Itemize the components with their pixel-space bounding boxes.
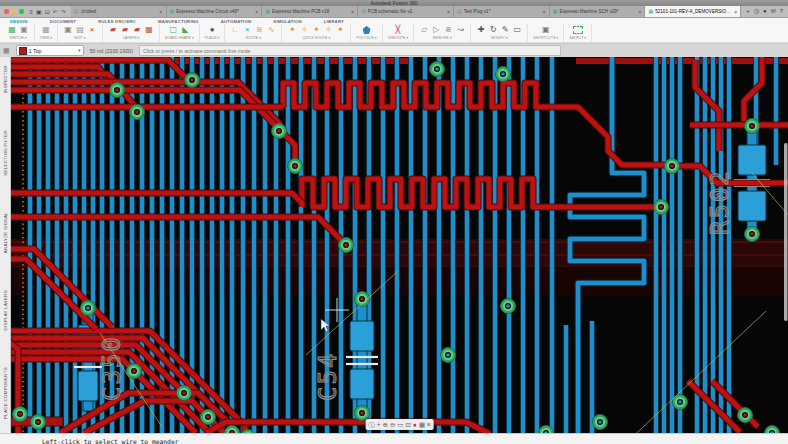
sidebar-tab-display-layers[interactable]: DISPLAY LAYERS xyxy=(3,290,8,331)
zoom-in-icon[interactable]: ⊕ xyxy=(382,419,387,430)
via[interactable] xyxy=(496,67,511,82)
document-tab-2[interactable]: ▦Espresso Machine Circuit v40*× xyxy=(167,6,263,17)
layer-settings-icon[interactable]: ▦ xyxy=(144,25,154,35)
via[interactable] xyxy=(593,415,608,430)
zoom-window-icon[interactable]: ▭ xyxy=(397,419,403,430)
layer-select[interactable]: 1 Top ▾ xyxy=(16,45,84,56)
capacitor-C54-pad[interactable] xyxy=(350,369,374,399)
via[interactable] xyxy=(201,410,216,425)
board-outline-icon[interactable]: ▢ xyxy=(168,25,178,35)
align-icon[interactable]: ▭ xyxy=(512,25,522,35)
route-meander-icon[interactable]: ∿ xyxy=(266,25,276,35)
canvas-scrollbar[interactable] xyxy=(784,143,788,321)
resistor-R502-pad[interactable] xyxy=(738,145,766,175)
layer-icon-3[interactable]: ▰ xyxy=(132,25,142,35)
grid-settings-icon[interactable]: ▦ xyxy=(419,419,425,430)
quickroute-icon-4[interactable]: ✧ xyxy=(323,25,333,35)
select-icon[interactable] xyxy=(573,26,583,34)
quickroute-icon-3[interactable]: ✦ xyxy=(311,25,321,35)
command-line-field[interactable] xyxy=(139,45,561,56)
paste-icon[interactable]: ▤ xyxy=(75,25,85,35)
document-tab-5[interactable]: ▤Test Plug v1*× xyxy=(454,6,550,17)
rework-icon-2[interactable]: ▷ xyxy=(431,25,441,35)
new-document-icon[interactable]: ▣ xyxy=(36,7,42,17)
pcb-canvas-area[interactable]: C350C54R502ⓘ+⊕⊖▭⊡●▦≡ xyxy=(11,57,788,433)
command-line-input[interactable] xyxy=(140,48,560,54)
quickroute-icon-1[interactable]: ✦ xyxy=(287,25,297,35)
shortcuts-icon[interactable]: ▣ xyxy=(541,25,551,35)
minimize-window-button[interactable] xyxy=(12,9,17,14)
route-manual-icon[interactable]: ∟ xyxy=(230,25,240,35)
menu-design[interactable]: DESIGN xyxy=(10,19,28,24)
via[interactable] xyxy=(272,124,287,139)
record-indicator[interactable]: ● xyxy=(413,419,417,430)
polygon-icon[interactable] xyxy=(363,26,371,34)
save-icon[interactable]: ⊡ xyxy=(45,7,50,17)
quickroute-icon-2[interactable]: ✧ xyxy=(299,25,309,35)
redo-icon[interactable]: ↷ xyxy=(61,7,66,17)
route-diffpair-icon[interactable]: ≋ xyxy=(254,25,264,35)
via[interactable] xyxy=(288,159,303,174)
unroute-icon[interactable]: ╳ xyxy=(393,25,403,35)
delete-icon[interactable]: × xyxy=(87,25,97,35)
app-menu-icon[interactable]: ≡ xyxy=(30,7,34,17)
via[interactable] xyxy=(130,105,145,120)
zoom-out-icon[interactable]: ⊖ xyxy=(390,419,395,430)
via[interactable] xyxy=(745,119,760,134)
via[interactable] xyxy=(81,301,96,316)
help-icon[interactable]: ? xyxy=(780,6,783,17)
via[interactable] xyxy=(745,227,760,242)
via[interactable] xyxy=(738,408,753,423)
document-tab-1[interactable]: ▤Untitled× xyxy=(71,6,167,17)
sidebar-tab-inspector[interactable]: INSPECTOR xyxy=(3,65,8,93)
maximize-window-button[interactable] xyxy=(19,9,24,14)
board-resize-icon[interactable]: ◣ xyxy=(180,25,190,35)
menu-automation[interactable]: AUTOMATION xyxy=(221,19,252,24)
sidebar-tab-place-components[interactable]: PLACE COMPONENTS xyxy=(3,367,8,419)
menu-rules-drc-erc[interactable]: RULES DRC/ERC xyxy=(98,19,136,24)
close-icon[interactable]: × xyxy=(542,9,545,15)
via[interactable] xyxy=(665,159,680,174)
view-info-icon[interactable]: ⓘ xyxy=(368,419,375,430)
sidebar-tab-selection-filter[interactable]: SELECTION FILTER xyxy=(3,130,8,176)
layer-icon-1[interactable]: ▰ xyxy=(108,25,118,35)
menu-manufacturing[interactable]: MANUFACTURING xyxy=(158,19,199,24)
via[interactable] xyxy=(441,348,456,363)
sidebar-tab-analyze-signal[interactable]: ANALYZE SIGNAL xyxy=(3,212,8,253)
rotate-icon[interactable]: ↻ xyxy=(488,25,498,35)
grid-view-icon[interactable]: ▦ xyxy=(41,25,51,35)
menu-library[interactable]: LIBRARY xyxy=(324,19,344,24)
via[interactable] xyxy=(765,426,780,434)
job-status-icon[interactable]: ◷ xyxy=(754,6,759,17)
layer-icon-2[interactable]: ▰ xyxy=(120,25,130,35)
close-icon[interactable]: × xyxy=(638,9,641,15)
new-tab-button[interactable]: + xyxy=(746,6,750,17)
close-window-button[interactable] xyxy=(4,9,9,14)
close-icon[interactable]: × xyxy=(255,9,258,15)
place-component-icon[interactable]: ● xyxy=(207,25,217,35)
document-tab-7[interactable]: ▦52101-101-REV-A_DEMOVERSION (1) v1*× xyxy=(645,6,741,17)
switch-board-icon[interactable]: ▦ xyxy=(7,25,17,35)
quickroute-icon-5[interactable]: ✦ xyxy=(335,25,345,35)
panel-toggle-icon[interactable]: ▦ xyxy=(3,44,10,57)
resistor-R502-pad[interactable] xyxy=(738,191,766,221)
pcb-canvas-svg[interactable]: C350C54R502 xyxy=(11,57,788,433)
notifications-icon[interactable]: ✉ xyxy=(771,6,776,17)
menu-simulation[interactable]: SIMULATION xyxy=(273,19,301,24)
edit-property-icon[interactable]: ✎ xyxy=(500,25,510,35)
via[interactable] xyxy=(654,200,669,215)
rework-icon-3[interactable]: ≋ xyxy=(443,25,453,35)
close-icon[interactable]: × xyxy=(734,9,737,15)
close-icon[interactable]: × xyxy=(447,9,450,15)
undo-icon[interactable]: ↶ xyxy=(53,7,58,17)
move-icon[interactable]: ✚ xyxy=(476,25,486,35)
zoom-fit-icon[interactable]: ⊡ xyxy=(406,419,411,430)
profile-avatar[interactable]: ● xyxy=(763,6,767,17)
close-icon[interactable]: × xyxy=(159,9,162,15)
menu-document[interactable]: DOCUMENT xyxy=(50,19,76,24)
copy-icon[interactable]: ▣ xyxy=(63,25,73,35)
via[interactable] xyxy=(430,62,445,77)
route-x-icon[interactable]: × xyxy=(242,25,252,35)
rework-icon-4[interactable]: ↝ xyxy=(455,25,465,35)
capacitor-C350-pad[interactable] xyxy=(78,371,98,401)
